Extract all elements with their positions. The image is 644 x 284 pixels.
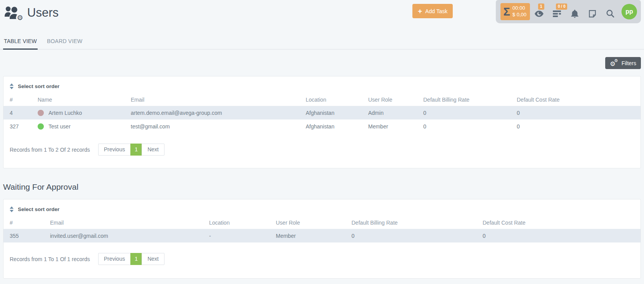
cell-role: Admin <box>368 110 423 116</box>
column-header-billing-rate: Default Billing Rate <box>423 97 517 103</box>
approval-table-header: # Email Location User Role Default Billi… <box>3 216 641 229</box>
table-row[interactable]: 355 invited.user@gmail.com - Member 0 0 <box>3 229 641 242</box>
approval-section-heading: Waiting For Approval <box>3 182 644 192</box>
search-icon <box>606 10 614 17</box>
users-table-card: Select sort order # Name Email Location … <box>3 76 641 168</box>
cell-id: 4 <box>10 110 38 116</box>
approval-table-card: Select sort order # Email Location User … <box>3 199 641 279</box>
column-header-cost-rate: Default Cost Rate <box>483 220 634 226</box>
cell-email: artem.demo.email@avega-group.com <box>131 110 306 116</box>
eye-icon <box>535 10 544 17</box>
cell-email: invited.user@gmail.com <box>50 233 209 239</box>
column-header-location: Location <box>306 97 368 103</box>
note-icon <box>589 10 596 17</box>
cell-role: Member <box>368 123 423 130</box>
task-list-icon <box>553 10 561 17</box>
search-button[interactable] <box>601 0 619 23</box>
filters-button[interactable]: ⚙⚙ Filters <box>605 57 641 69</box>
cell-cost-rate: 0 <box>483 233 634 239</box>
cell-cost-rate: 0 <box>517 123 634 130</box>
page-number-button[interactable]: 1 <box>130 253 142 265</box>
plus-icon: + <box>418 7 422 15</box>
page-title-block: ⚙ Users <box>4 5 59 20</box>
tab-table-view[interactable]: TABLE VIEW <box>3 34 38 50</box>
cell-location: Afghanistan <box>306 123 368 130</box>
user-avatar[interactable]: pp <box>621 4 637 19</box>
timer-summary-button[interactable]: Σ 00:00 $ 0,00 <box>500 3 530 20</box>
sort-order-label: Select sort order <box>18 83 59 89</box>
notifications-button[interactable] <box>566 0 583 23</box>
column-header-id: # <box>10 220 50 226</box>
sort-arrows-icon <box>10 83 14 89</box>
column-header-email: Email <box>131 97 306 103</box>
page-number-button[interactable]: 1 <box>130 144 142 156</box>
avatar-dot <box>38 123 44 130</box>
next-page-button[interactable]: Next <box>142 144 164 156</box>
app-header: ⚙ Users + Add Task Σ 00:00 $ 0,00 1 <box>0 0 644 34</box>
next-page-button[interactable]: Next <box>142 253 164 265</box>
user-name: Artem Luchko <box>48 110 82 116</box>
cell-billing-rate: 0 <box>423 110 517 116</box>
cell-role: Member <box>276 233 351 239</box>
user-name: Test user <box>48 123 71 130</box>
cell-name: Test user <box>38 123 131 130</box>
cell-billing-rate: 0 <box>423 123 517 130</box>
watchers-badge: 1 <box>538 3 544 10</box>
pagination: Previous 1 Next <box>98 144 164 156</box>
bell-icon <box>571 10 578 18</box>
column-header-role: User Role <box>368 97 423 103</box>
column-header-name: Name <box>38 97 131 103</box>
cell-location: Afghanistan <box>306 110 368 116</box>
column-header-email: Email <box>50 220 209 226</box>
page-title: Users <box>27 6 59 20</box>
cell-id: 327 <box>10 123 38 130</box>
cell-cost-rate: 0 <box>517 110 634 116</box>
add-task-label: Add Task <box>425 8 447 14</box>
approval-table-footer: Records from 1 To 1 Of 1 records Previou… <box>3 242 641 278</box>
previous-page-button[interactable]: Previous <box>98 253 131 265</box>
filters-label: Filters <box>621 60 636 66</box>
cell-email: test@gmail.com <box>131 123 306 130</box>
users-group-icon: ⚙ <box>4 5 22 20</box>
previous-page-button[interactable]: Previous <box>98 144 131 156</box>
table-row[interactable]: 4 Artem Luchko artem.demo.email@avega-gr… <box>3 106 641 119</box>
records-summary: Records from 1 To 2 Of 2 records <box>10 147 90 153</box>
column-header-id: # <box>10 97 38 103</box>
records-summary: Records from 1 To 1 Of 1 records <box>10 256 90 262</box>
add-task-button[interactable]: + Add Task <box>412 4 453 18</box>
view-tabs: TABLE VIEW BOARD VIEW <box>0 34 644 50</box>
notes-button[interactable] <box>583 0 601 23</box>
gears-icon: ⚙⚙ <box>610 59 618 67</box>
sort-arrows-icon <box>10 206 14 212</box>
tab-board-view[interactable]: BOARD VIEW <box>46 34 83 50</box>
timer-amount: $ 0,00 <box>512 12 526 18</box>
column-header-cost-rate: Default Cost Rate <box>517 97 634 103</box>
users-table-header: # Name Email Location User Role Default … <box>3 94 641 106</box>
cell-location: - <box>209 233 276 239</box>
sigma-icon: Σ <box>503 6 510 17</box>
column-header-role: User Role <box>276 220 351 226</box>
watchers-button[interactable]: 1 <box>530 0 548 23</box>
sort-order-control[interactable]: Select sort order <box>3 81 66 94</box>
tasks-counter-button[interactable]: 0 / 0 <box>548 0 566 23</box>
cell-billing-rate: 0 <box>351 233 483 239</box>
cell-name: Artem Luchko <box>38 110 131 116</box>
table-row[interactable]: 327 Test user test@gmail.com Afghanistan… <box>3 119 641 133</box>
sort-order-control[interactable]: Select sort order <box>3 204 66 216</box>
header-tray: Σ 00:00 $ 0,00 1 0 / 0 <box>496 0 641 23</box>
timer-time: 00:00 <box>512 5 526 12</box>
users-table-footer: Records from 1 To 2 Of 2 records Previou… <box>3 133 641 168</box>
filters-row: ⚙⚙ Filters <box>0 50 644 70</box>
cell-id: 355 <box>10 233 50 239</box>
avatar-dot <box>38 110 44 116</box>
column-header-location: Location <box>209 220 276 226</box>
sort-order-label: Select sort order <box>18 206 59 212</box>
gear-icon: ⚙ <box>16 14 24 22</box>
pagination: Previous 1 Next <box>98 253 164 265</box>
column-header-billing-rate: Default Billing Rate <box>351 220 483 226</box>
